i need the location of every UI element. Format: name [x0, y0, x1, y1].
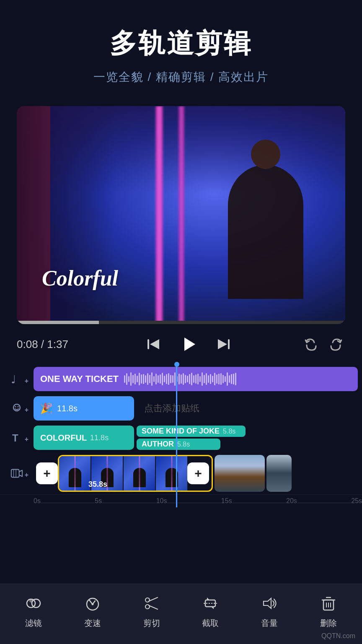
svg-marker-1 — [150, 339, 159, 349]
neon-col-left — [155, 106, 164, 324]
play-button[interactable] — [176, 332, 201, 357]
audio-track-row: ♩ + ONE WAY TICKET — [0, 364, 358, 394]
video-add-badge[interactable]: + — [25, 471, 28, 479]
svg-line-21 — [149, 597, 158, 601]
undo-button[interactable] — [302, 335, 320, 353]
sticker-track-content[interactable]: 🎉 11.8s 点击添加贴纸 — [34, 396, 358, 421]
wave-bar — [183, 373, 184, 385]
audio-add-badge[interactable]: + — [25, 377, 28, 385]
wave-bar — [170, 375, 171, 383]
video-frame-1 — [59, 456, 90, 491]
video-progress-bar[interactable] — [17, 321, 345, 324]
wave-bar — [195, 374, 197, 384]
wave-bar — [143, 374, 144, 384]
delete-icon — [318, 592, 339, 614]
video-track-content[interactable]: + — [34, 455, 358, 492]
sticker-add-hint[interactable]: 点击添加贴纸 — [144, 402, 199, 415]
svg-marker-2 — [184, 338, 195, 351]
wave-bar — [130, 372, 132, 386]
audio-track-block[interactable]: ONE WAY TICKET — [34, 367, 358, 391]
toolbar-delete-label: 删除 — [320, 618, 337, 629]
text-block-sub1[interactable]: SOME KIND OF JOKE 5.8s — [137, 426, 246, 437]
svg-rect-3 — [228, 339, 230, 349]
video-add-right-button[interactable]: + — [187, 462, 209, 484]
svg-marker-4 — [218, 339, 227, 349]
text-block-sub2[interactable]: AUTHOR 5.8s — [137, 439, 220, 450]
wave-bar — [235, 373, 236, 385]
wave-bar — [134, 374, 136, 384]
wave-bar — [199, 376, 201, 382]
wave-bar — [222, 375, 224, 383]
playback-controls: 0:08 / 1:37 — [0, 324, 362, 364]
sticker-block[interactable]: 🎉 11.8s — [34, 396, 134, 421]
text-track-icon[interactable]: T + — [0, 431, 34, 444]
audio-waveform — [124, 371, 351, 387]
video-preview[interactable]: Colorful — [17, 106, 345, 324]
toolbar-crop-label: 截取 — [202, 618, 219, 629]
neon-col-right — [178, 106, 185, 324]
wave-bar — [139, 373, 140, 385]
toolbar-filter-label: 滤镜 — [25, 618, 42, 629]
crop-icon — [199, 592, 221, 614]
page-title: 多轨道剪辑 — [0, 25, 362, 62]
sticker-track-icon[interactable]: + — [0, 402, 34, 415]
svg-point-18 — [91, 603, 93, 605]
ruler-tick-25s: 25s — [351, 497, 362, 505]
wave-bar — [187, 376, 188, 382]
page-subtitle: 一览全貌 / 精确剪辑 / 高效出片 — [0, 69, 362, 85]
ruler-spacer-3 — [167, 503, 221, 503]
audio-track-icon[interactable]: ♩ + — [0, 372, 34, 386]
svg-text:♩: ♩ — [11, 373, 16, 386]
ruler-tick-20s: 20s — [286, 497, 297, 505]
video-clip-beach[interactable] — [215, 455, 265, 492]
video-track-icon[interactable]: + — [0, 467, 34, 480]
skip-back-button[interactable] — [143, 334, 163, 354]
wave-bar — [208, 375, 209, 383]
wave-bar — [168, 373, 169, 385]
text-sub1-duration: 5.8s — [223, 428, 235, 435]
wave-bar — [191, 373, 192, 385]
video-track-row: + + — [0, 452, 358, 494]
svg-text:T: T — [12, 432, 18, 444]
video-add-left-button[interactable]: + — [36, 462, 58, 484]
text-sub2-label: AUTHOR — [142, 440, 174, 449]
skip-forward-button[interactable] — [214, 334, 234, 354]
audio-track-label: ONE WAY TICKET — [40, 374, 124, 384]
wave-bar — [231, 374, 232, 384]
wave-bar — [141, 374, 142, 384]
video-duration-label: 35.8s — [88, 480, 107, 489]
svg-point-7 — [15, 406, 16, 408]
wave-bar — [202, 372, 203, 386]
toolbar-cut[interactable]: 剪切 — [131, 592, 173, 629]
wave-bar — [151, 372, 153, 386]
ruler-tick-5s: 5s — [95, 497, 102, 505]
wave-bar — [137, 376, 138, 382]
toolbar-speed[interactable]: 变速 — [72, 592, 114, 629]
wave-bar — [162, 373, 163, 385]
redo-button[interactable] — [327, 335, 345, 353]
wave-bar — [147, 373, 148, 385]
text-add-badge[interactable]: + — [25, 436, 28, 443]
audio-track-content[interactable]: ONE WAY TICKET — [34, 367, 358, 391]
text-track-content[interactable]: COLORFUL 11.8s SOME KIND OF JOKE 5.8s AU… — [34, 426, 358, 450]
wave-bar — [158, 375, 159, 383]
toolbar-crop[interactable]: 截取 — [189, 592, 231, 629]
wave-bar — [126, 373, 127, 385]
text-content-row: COLORFUL 11.8s SOME KIND OF JOKE 5.8s AU… — [34, 426, 358, 450]
text-blocks-right: SOME KIND OF JOKE 5.8s AUTHOR 5.8s — [137, 426, 246, 450]
ruler-spacer-1 — [41, 503, 95, 503]
svg-marker-25 — [264, 598, 271, 608]
left-structure — [17, 106, 50, 324]
ruler-spacer-5 — [297, 503, 351, 503]
sticker-add-badge[interactable]: + — [25, 406, 28, 414]
video-clip-beach2[interactable] — [266, 455, 292, 492]
text-block-main[interactable]: COLORFUL 11.8s — [34, 426, 134, 450]
toolbar-delete[interactable]: 删除 — [308, 592, 349, 629]
toolbar-volume[interactable]: 音量 — [248, 592, 290, 629]
toolbar-filter[interactable]: 滤镜 — [13, 592, 54, 629]
video-track-block[interactable]: + 35.8s — [58, 455, 213, 492]
timeline-wrapper: ♩ + ONE WAY TICKET — [0, 364, 362, 507]
frame-person-1 — [69, 468, 81, 487]
timeline-ruler: 0s 5s 10s 15s 20s 25s — [0, 494, 362, 507]
wave-bar — [216, 374, 217, 384]
